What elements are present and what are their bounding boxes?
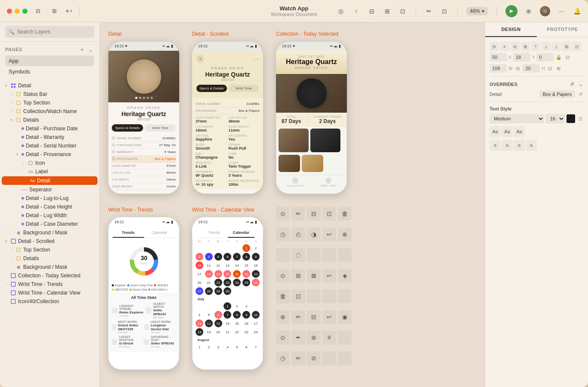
play-button[interactable]: ▶ <box>505 5 518 17</box>
icon-cell-12[interactable]: ◌ <box>291 248 305 262</box>
align-right-btn[interactable]: ≡| <box>510 42 520 51</box>
overrides-expand-icon[interactable]: ⌄ <box>577 81 584 88</box>
x-input[interactable] <box>490 53 507 61</box>
color-swatch[interactable] <box>567 114 575 123</box>
align-top-btn[interactable]: ⊤ <box>531 42 540 51</box>
pen-icon[interactable]: ✏ <box>425 7 433 15</box>
tab-prototype[interactable]: PROTOTYPE <box>537 22 588 37</box>
specs-details-tab[interactable]: Specs & Details <box>112 124 143 132</box>
text-size-select[interactable]: 16 14 18 <box>546 114 565 123</box>
icon-cell-8[interactable]: ◑ <box>307 227 321 241</box>
icon-cell-16[interactable]: ⊙ <box>276 269 290 283</box>
zoom-control[interactable]: 46% ▾ <box>466 7 488 15</box>
trends-tab[interactable]: Trends <box>113 228 144 238</box>
align-left-btn[interactable]: |≡ <box>490 42 499 51</box>
h-input[interactable] <box>523 64 540 73</box>
sidebar-item-case-diameter[interactable]: Detail - Case Diameter <box>0 220 99 228</box>
sidebar-item-case-height[interactable]: Detail - Case Height <box>0 203 99 211</box>
sidebar-item-details-group[interactable]: ▾ Details <box>0 116 99 124</box>
overrides-item-value[interactable]: Box & Papers <box>539 90 575 98</box>
align-bottom-btn[interactable]: ⊥ <box>551 42 561 51</box>
icon-cell-29[interactable]: ↩ <box>322 310 336 324</box>
icon-cell-1[interactable]: ⊙ <box>276 207 290 221</box>
icon-cell-18[interactable]: ⊠ <box>307 269 321 283</box>
overrides-refresh-icon[interactable]: ↺ <box>568 81 575 88</box>
icon-cell-27[interactable]: ✏ <box>291 310 305 324</box>
sidebar-item-icon[interactable]: › Icon <box>0 159 99 167</box>
sidebar-item-collection-watch-name[interactable]: › Collection/Watch Name <box>0 107 99 116</box>
sidebar-item-details-2[interactable]: › Details <box>0 254 99 263</box>
pages-expand-icon[interactable]: ⌄ <box>87 46 94 53</box>
frame-icon[interactable]: ⊡ <box>440 7 449 15</box>
page-app[interactable]: App <box>5 55 94 66</box>
cal-calendar-tab[interactable]: Calendar <box>228 228 255 238</box>
canvas[interactable]: Detail 19:21 ♥ ▪▪ ☁ ▮ <box>100 22 485 387</box>
icon-cell-6[interactable]: ◷ <box>276 227 290 241</box>
icon-cell-37[interactable]: ✏ <box>291 351 305 365</box>
d-input[interactable] <box>536 53 554 61</box>
icon-cell-19[interactable]: ↩ <box>322 269 336 283</box>
align-center-h-btn[interactable]: ≡ <box>500 42 509 51</box>
avatar[interactable]: U <box>540 6 550 16</box>
icon-cell-36[interactable]: ◷ <box>276 351 290 365</box>
sidebar-item-lug-to-lug[interactable]: Detail - Lug-to-Lug <box>0 194 99 203</box>
sidebar-item-purchase-date[interactable]: Detail - Purchase Date <box>0 124 99 133</box>
add-user-icon[interactable]: ⊕ <box>524 7 533 15</box>
tab-design[interactable]: DESIGN <box>485 22 537 37</box>
view-toggle-icon[interactable]: ⊞ <box>48 5 60 17</box>
sidebar-item-bg-mask-2[interactable]: ▣ Background / Mask <box>0 263 99 271</box>
align-right-text-btn[interactable]: ≡ <box>514 140 525 151</box>
close-button[interactable] <box>7 9 12 14</box>
collection-tab-wrist[interactable]: WRIST TIME <box>321 178 336 187</box>
sidebar-item-warranty[interactable]: Detail - Warranty <box>0 133 99 141</box>
icon-cell-5[interactable]: 🗑 <box>338 207 352 221</box>
icon-cell-2[interactable]: ✏ <box>291 207 305 221</box>
more-icon[interactable]: ··· <box>557 7 566 15</box>
icon-cell-7[interactable]: ◴ <box>291 227 305 241</box>
align-extra-btn[interactable]: ⊡ <box>572 42 582 51</box>
distribute-h-btn[interactable]: ⊞ <box>521 42 530 51</box>
sidebar-item-wrist-time-calendar[interactable]: › Wrist Time - Calendar View <box>0 289 99 297</box>
icon-cell-22[interactable]: ⊡ <box>291 289 305 303</box>
distribute-v-btn[interactable]: ⊞ <box>562 42 571 51</box>
search-input[interactable] <box>5 26 94 38</box>
resize-icon[interactable]: ⊡ <box>547 65 554 72</box>
icon-cell-38[interactable]: ⊘ <box>307 351 321 365</box>
link-icon[interactable]: ⊡ <box>398 7 407 15</box>
align-left-text-btn[interactable]: ≡ <box>490 140 501 151</box>
color-extra-icon[interactable]: ⊡ <box>577 115 584 122</box>
sidebar-item-seperator[interactable]: Seperator <box>0 185 99 194</box>
icon-cell-10[interactable]: ⊕ <box>338 227 352 241</box>
sidebar-item-provenance[interactable]: ▾ Detail - Provenance <box>0 150 99 159</box>
format-aa-1-btn[interactable]: Aa <box>490 126 501 137</box>
icon-cell-17[interactable]: ⊞ <box>291 269 305 283</box>
icon-cell-20[interactable]: ◈ <box>338 269 352 283</box>
icon-cell-34[interactable]: # <box>322 331 336 344</box>
icon-cell-11[interactable] <box>276 248 290 262</box>
ratio-icon[interactable]: ⊞ <box>555 65 562 72</box>
sidebar-item-serial-number[interactable]: Detail - Serial Number <box>0 141 99 150</box>
sidebar-item-label[interactable]: Aa Label <box>0 167 99 176</box>
overrides-reset-icon[interactable]: ↺ <box>577 91 584 98</box>
sidebar-item-wrist-time-trends[interactable]: › Wrist Time - Trends <box>0 280 99 289</box>
sidebar-item-detail-scrolled[interactable]: ▾ Detail - Scrolled <box>0 237 99 246</box>
sidebar-toggle-icon[interactable]: ⊟ <box>32 5 44 17</box>
bell-icon[interactable]: 🔔 <box>573 7 581 15</box>
w-input[interactable] <box>490 64 507 73</box>
icon-cell-33[interactable]: ⊛ <box>307 331 321 344</box>
sidebar-item-background-mask[interactable]: ▣ Background / Mask <box>0 228 99 237</box>
sidebar-item-detail-active[interactable]: Aa Detail <box>2 176 98 185</box>
sidebar-item-collection[interactable]: › Collection - Today Selected <box>0 271 99 280</box>
chain-icon[interactable]: ⊟ <box>514 65 521 72</box>
text-style-select[interactable]: Medium Regular Bold <box>490 114 544 123</box>
layout-icon[interactable]: ⊞ <box>383 7 392 15</box>
sidebar-item-lug-width[interactable]: Detail - Lug Width <box>0 211 99 220</box>
calendar-tab-wt[interactable]: Calendar <box>144 228 175 238</box>
add-dropdown[interactable]: + ▾ <box>65 7 72 15</box>
lock-icon[interactable]: 🔒 <box>555 54 562 61</box>
maximize-button[interactable] <box>22 9 28 14</box>
icon-cell-26[interactable]: ⊕ <box>276 310 290 324</box>
sidebar-item-top-section[interactable]: › Top Section <box>0 98 99 107</box>
y-input[interactable] <box>513 53 530 61</box>
format-aa-2-btn[interactable]: Aa <box>502 126 513 137</box>
